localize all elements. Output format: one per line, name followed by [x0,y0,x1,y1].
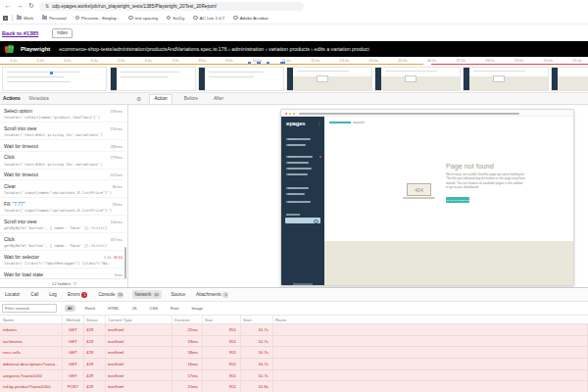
filmstrip-thumbnail[interactable] [551,67,588,91]
request-status: 429 [84,336,106,347]
timeline-tick: 13.0s [340,58,350,63]
globe-icon [233,16,237,20]
action-row[interactable]: Scroll into view 106ms getByRole('button… [0,216,125,233]
action-locator: getByRole('button', { name: 'Save' }).fi… [4,225,122,230]
sidebar-item-placeholder [286,162,306,164]
action-row[interactable]: Clear 80ms locator('input[name="variatio… [0,180,125,198]
action-row[interactable]: Select option 195ms locator('select[name… [0,105,125,122]
sidebar-item-placeholder [286,138,306,140]
request-start: 10.8s [241,381,273,392]
address-bar[interactable]: ⇅ cdp.epages.works/job/run_playwright_te… [39,2,304,11]
request-size: 951 [203,370,241,381]
bookmark-personio[interactable]: Personio - Employ... [75,16,121,21]
filmstrip-thumbnail[interactable] [286,67,372,91]
action-locator: locator('text=Edit pricing for variation… [4,132,122,137]
browser-toolbar: ← → ↻ ⇅ cdp.epages.works/job/run_playwri… [0,0,588,12]
action-fill-value: "7.77" [12,201,24,207]
tab-log[interactable]: Log [47,291,59,299]
network-request-row[interactable]: nd-by-product?size=1000 POST 429 text/ht… [0,381,588,392]
actions-scrollbar[interactable] [124,247,127,279]
tab-errors[interactable]: Errors1 [66,290,90,299]
bookmark-text-spacing[interactable]: text spacing [128,16,158,21]
site-info-icon[interactable]: ⇅ [45,3,49,9]
bookmarks-bar: Work Personal Personio - Employ... text … [0,12,588,24]
network-request-row[interactable]: tachments GET 429 text/html 19ms 951 10.… [0,336,588,348]
filmstrip-thumbnail[interactable] [2,67,107,91]
timeline-tick: 9.0s [225,58,232,63]
tab-call[interactable]: Call [28,291,40,299]
tab-source[interactable]: Source [169,291,187,299]
network-filter-input[interactable] [2,304,57,313]
filter-chip-all[interactable]: All [65,305,75,312]
sidebar-item-placeholder [286,156,310,158]
tab-actions[interactable]: Actions [3,96,21,101]
action-row[interactable]: Click 357ms getByRole('button', { name: … [0,233,125,251]
filmstrip-thumbnail[interactable] [463,67,549,91]
filter-funnel-icon: ▽ [74,281,76,286]
tab-after[interactable]: After [210,95,227,103]
filmstrip[interactable] [0,65,588,93]
filter-chip-fetch[interactable]: Fetch [82,305,98,312]
window-close-dot [285,113,287,115]
action-row[interactable]: Fill "7.77" 55ms locator('input[name="va… [0,198,125,216]
request-route [273,381,588,392]
request-status: 429 [84,370,106,381]
back-icon[interactable]: ← [4,0,12,12]
tab-attachments[interactable]: Attachments1 [194,290,231,299]
window-maximize-dot [293,113,295,115]
tab-locator[interactable]: Locator [3,291,22,299]
action-duration: 106ms [110,220,122,224]
back-to-build-link[interactable]: Back to #1385 [2,30,38,36]
action-name: Click [4,154,15,160]
bookmark-ac-lite[interactable]: AC Lite 1.0.7 [193,16,224,21]
action-row[interactable]: Wait for timeout 521ms [0,170,125,181]
snapshot-pane[interactable]: epages ⋮ [129,105,588,287]
bookmark-work[interactable]: Work [17,16,33,21]
sidebar-item-placeholder [286,173,305,175]
main-area: Select option 195ms locator('select[name… [0,105,588,287]
bookmark-sa11y[interactable]: Sa11y [167,16,185,21]
bookmark-personal[interactable]: Personal [42,16,66,21]
filmstrip-thumbnail[interactable] [110,67,196,91]
filter-chip-css[interactable]: CSS [146,305,161,312]
filter-chip-js[interactable]: JS [129,305,140,312]
network-table-header: Name Method Status Content Type Duration… [0,316,588,324]
apps-grid-icon[interactable] [3,16,8,21]
network-request-row[interactable]: tributes GET 429 text/html 22ms 951 10.7… [0,324,588,336]
bookmarks-separator [12,15,13,22]
action-row[interactable]: Click 279ms locator('text=Edit pricing f… [0,152,125,170]
action-locator: locator('text=Edit pricing for variation… [4,162,122,167]
network-request-row[interactable]: ross-sells GET 429 text/html 18ms 951 10… [0,347,588,359]
filter-chip-font[interactable]: Font [168,305,181,312]
bottom-panel: Locator Call Log Errors1 Console13 Netwo… [0,287,588,392]
page-snapshot[interactable]: epages ⋮ [280,109,574,286]
bookmark-adobe-acrobat[interactable]: Adobe Acrobat [233,16,268,21]
action-row[interactable]: Wait for timeout 280ms [0,140,125,152]
request-content-type: text/html [106,347,172,358]
timeline-tick: 20.0s [544,58,554,63]
reload-icon[interactable]: ↻ [27,0,35,12]
tab-action[interactable]: Action [149,94,172,104]
filter-chip-image[interactable]: Image [188,305,206,312]
action-name: Wait for selector [4,254,39,260]
filter-chip-html[interactable]: HTML [105,305,122,312]
network-request-row[interactable]: ategories?size=1000 GET 429 text/html 17… [0,370,588,382]
tab-metadata[interactable]: Metadata [29,96,49,101]
forward-icon[interactable]: → [16,0,24,12]
index-tab[interactable]: index [52,28,73,38]
action-list: Select option 195ms locator('select[name… [0,105,125,279]
filmstrip-thumbnail[interactable] [374,67,461,91]
gear-icon[interactable]: ⚙ [136,95,141,102]
network-request-row[interactable]: dditional-descriptions?size=... GET 429 … [0,359,588,370]
go-to-dashboard-button[interactable]: GO TO DASHBOARD [446,197,469,203]
request-size: 951 [203,336,241,347]
hidden-actions-note[interactable]: 12 hidden ▽ [0,278,128,287]
action-row[interactable]: Scroll into view 155ms locator('text=Edi… [0,122,125,140]
sidebar-menu-icon: ⋮ [318,122,322,126]
action-row[interactable]: Wait for selector 1.0s 10 locator('[clas… [0,251,125,269]
filmstrip-thumbnail[interactable] [198,67,284,91]
tab-before[interactable]: Before [180,95,202,103]
tab-console[interactable]: Console13 [96,290,125,299]
tab-network[interactable]: Network63 [132,290,162,299]
snapshot-url-bar [299,113,519,115]
